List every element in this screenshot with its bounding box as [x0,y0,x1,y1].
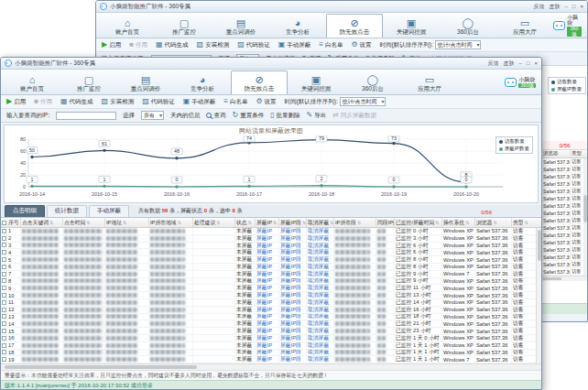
nav-tab-5[interactable]: ⊘防无效点击 [231,70,288,94]
nav-tab-1[interactable]: ⌂账户首页 [4,70,60,94]
foreground-window[interactable]: 小脑袋智能推广软件 - 360专属 反馈 皮肤 – □ × ⌂账户首页▢推广监控… [0,57,542,390]
block-ip-range-link[interactable]: 屏蔽IP段 [280,356,301,363]
block-ip-range-link[interactable]: 屏蔽IP段 [280,243,301,249]
设置-button[interactable]: ⚙设置 [351,41,371,49]
row-checkbox[interactable] [2,300,6,305]
row-checkbox[interactable] [2,250,6,255]
skin-button[interactable]: 皮肤 [504,60,515,68]
column-header-7[interactable]: 状态⇅ [235,218,256,227]
batch-delete-button[interactable]: ▯批量删除 [270,112,299,120]
block-ip-range-link[interactable]: 屏蔽IP段 [280,228,301,234]
bg-vertical-scrollbar[interactable] [583,158,587,276]
column-header-15[interactable]: 浏览器⇅ [475,218,512,227]
block-ip-range-link[interactable]: 屏蔽IP段 [280,256,301,263]
block-ip-link[interactable]: 屏蔽IP [256,278,272,285]
block-ip-link[interactable]: 屏蔽IP [256,328,272,334]
column-header-10[interactable]: 取消屏蔽⇅ [307,218,334,227]
手动屏蔽-button[interactable]: ▣手动屏蔽 [278,41,311,49]
minimize-button[interactable]: – [565,4,568,9]
row-checkbox[interactable] [2,308,6,312]
unblock-link[interactable]: 取消屏蔽 [308,342,329,349]
column-header-8[interactable]: 屏蔽IP⇅ [256,218,279,227]
enable-button[interactable]: ▶启用 [102,41,121,49]
row-checkbox[interactable] [2,293,6,298]
block-ip-range-link[interactable]: 屏蔽IP段 [280,249,301,255]
block-ip-range-link[interactable]: 屏蔽IP段 [280,307,301,313]
row-checkbox[interactable] [2,243,6,247]
row-checkbox[interactable] [2,278,6,283]
block-ip-link[interactable]: 屏蔽IP [256,335,272,341]
代码生成-button[interactable]: ▦代码生成 [60,98,93,106]
block-ip-range-link[interactable]: 屏蔽IP段 [280,271,301,277]
column-header-6[interactable]: 处理建议⇅ [193,218,235,227]
block-ip-range-link[interactable]: 屏蔽IP段 [280,320,301,327]
unblock-link[interactable]: 取消屏蔽 [308,285,329,291]
block-ip-link[interactable]: 屏蔽IP [256,235,272,242]
row-checkbox[interactable] [2,257,6,262]
unblock-link[interactable]: 取消屏蔽 [308,307,329,313]
block-ip-range-link[interactable]: 屏蔽IP段 [280,264,301,270]
bg-horizontal-scrollbar[interactable] [542,276,587,281]
block-ip-range-link[interactable]: 屏蔽IP段 [280,328,301,334]
table-vertical-scrollbar[interactable] [536,228,541,363]
block-ip-link[interactable]: 屏蔽IP [256,299,272,306]
block-ip-link[interactable]: 屏蔽IP [256,292,272,298]
block-ip-range-link[interactable]: 屏蔽IP段 [280,292,301,298]
nav-tab-6[interactable]: ▣关键词挖掘 [288,70,344,94]
ip-input[interactable] [56,112,116,120]
select-all-checkbox[interactable] [2,221,6,225]
row-checkbox[interactable] [2,357,6,362]
nav-tab-5[interactable]: ⊘防无效点击 [326,14,383,38]
column-header-14[interactable]: 操作系统⇅ [442,218,475,227]
tab-click-detail[interactable]: 点击明细 [5,205,45,217]
白名单-button[interactable]: ≡白名单 [319,41,343,49]
block-ip-link[interactable]: 屏蔽IP [256,264,272,270]
search-button[interactable]: 查询 [206,112,225,120]
block-ip-range-link[interactable]: 屏蔽IP段 [280,335,301,341]
安装检测-button[interactable]: ▧安装检测 [102,98,135,106]
手动屏蔽-button[interactable]: ▣手动屏蔽 [183,98,216,106]
tab-manual-block[interactable]: 手动屏蔽 [89,205,129,217]
unblock-link[interactable]: 取消屏蔽 [308,235,329,242]
column-header-type[interactable]: 类型 [571,150,583,157]
unblock-link[interactable]: 取消屏蔽 [308,243,329,249]
nav-tab-7[interactable]: ◯360后台 [440,14,496,38]
block-ip-link[interactable]: 屏蔽IP [256,314,272,320]
nav-tab-4[interactable]: ◕竞争分析 [174,70,231,94]
column-header-4[interactable]: IP地址⇅ [105,218,149,227]
nav-tab-7[interactable]: ◯360后台 [344,70,401,94]
block-ip-link[interactable]: 屏蔽IP [256,285,272,291]
row-checkbox[interactable] [2,236,6,241]
代码生成-button[interactable]: ▦代码生成 [156,41,189,49]
nav-tab-6[interactable]: ▣关键词挖掘 [383,14,440,38]
block-ip-link[interactable]: 屏蔽IP [256,320,272,327]
table-horizontal-scrollbar[interactable] [1,363,541,370]
unblock-link[interactable]: 取消屏蔽 [308,328,329,334]
unblock-link[interactable]: 取消屏蔽 [308,299,329,306]
unblock-link[interactable]: 取消屏蔽 [308,249,329,255]
nav-tab-1[interactable]: ⌂账户首页 [99,14,156,38]
feedback-button[interactable]: 反馈 [534,3,545,11]
row-checkbox[interactable] [2,272,6,276]
unblock-link[interactable]: 取消屏蔽 [308,264,329,270]
range-dropdown[interactable]: 所有 [141,111,164,120]
disable-button[interactable]: ■停用 [34,98,52,106]
unblock-link[interactable]: 取消屏蔽 [308,356,329,363]
column-header-browser[interactable]: 浏览器 [542,150,571,157]
block-ip-link[interactable]: 屏蔽IP [256,356,272,363]
block-ip-range-link[interactable]: 屏蔽IP段 [280,285,301,291]
column-header-16[interactable]: 类型⇅ [512,218,528,227]
unblock-link[interactable]: 取消屏蔽 [308,292,329,298]
row-checkbox[interactable] [2,329,6,333]
export-button[interactable]: ✎导出 [307,112,327,120]
enable-button[interactable]: ▶启用 [6,98,26,106]
feedback-button[interactable]: 反馈 [488,60,499,68]
block-ip-link[interactable]: 屏蔽IP [256,228,272,234]
nav-tab-8[interactable]: ▭应用大厅 [496,14,553,38]
column-header-9[interactable]: 屏蔽IP段⇅ [279,218,307,227]
maximize-button[interactable]: □ [527,60,530,66]
column-header-3[interactable]: 点击时间⇅ [63,218,105,227]
block-ip-range-link[interactable]: 屏蔽IP段 [280,235,301,242]
row-checkbox[interactable] [2,343,6,348]
block-ip-range-link[interactable]: 屏蔽IP段 [280,314,301,320]
